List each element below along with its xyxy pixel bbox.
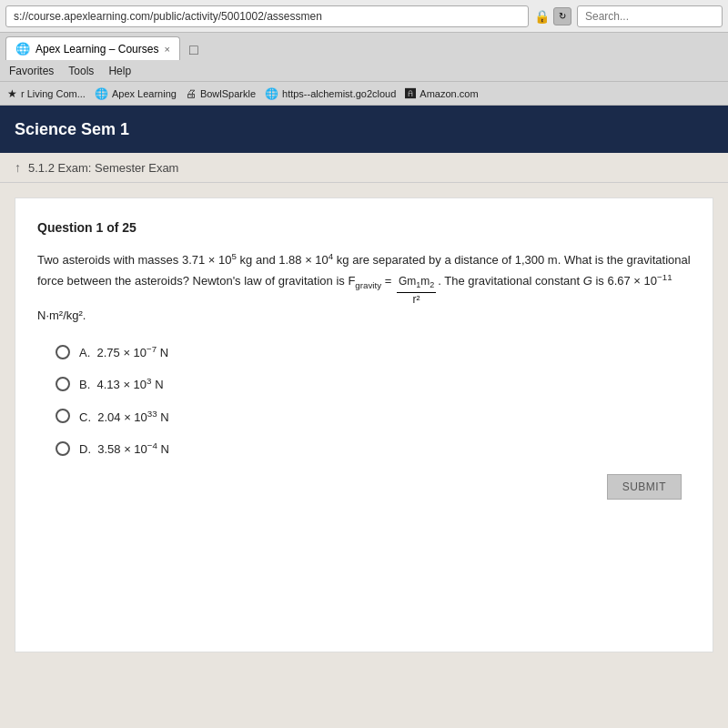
course-title: Science Sem 1 [15,120,129,139]
radio-a[interactable] [56,345,70,359]
bookmark-label-bowl: BowlSparkle [200,88,256,99]
bookmark-label-apex: Apex Learning [112,88,177,99]
bookmark-alchemist[interactable]: 🌐 https--alchemist.go2cloud [265,87,396,100]
submit-button[interactable]: SUBMIT [607,474,682,500]
tab-close-button[interactable]: × [164,44,169,55]
radio-b[interactable] [56,377,70,391]
course-header: Science Sem 1 [0,106,728,153]
new-tab-button[interactable]: □ [184,40,204,60]
main-content: Question 1 of 25 Two asteroids with mass… [15,197,713,652]
option-a-text: A. 2.75 × 10−7 N [79,344,168,359]
refresh-button[interactable]: ↻ [553,7,571,25]
breadcrumb: ↑ 5.1.2 Exam: Semester Exam [0,153,728,183]
bookmark-icon-alchemist: 🌐 [265,87,278,100]
breadcrumb-label: 5.1.2 Exam: Semester Exam [28,161,178,175]
option-d-text: D. 3.58 × 10−4 N [79,440,169,456]
tab-favicon: 🌐 [15,42,30,56]
bookmark-label-living: r Living Com... [21,88,86,99]
address-bar: 🔒 ↻ [0,0,728,33]
bookmark-living[interactable]: ★ r Living Com... [7,87,86,100]
bookmark-icon-apex: 🌐 [95,87,108,100]
menu-help[interactable]: Help [108,65,131,77]
tab-label: Apex Learning – Courses [35,43,158,56]
search-input[interactable] [577,5,723,27]
bookmark-icon-living: ★ [7,87,17,100]
option-b-text: B. 4.13 × 103 N [79,376,164,391]
page-content: Science Sem 1 ↑ 5.1.2 Exam: Semester Exa… [0,106,728,728]
bookmark-icon-amazon: 🅰 [405,87,416,100]
question-text: Two asteroids with masses 3.71 × 105 kg … [37,249,691,326]
question-header: Question 1 of 25 [37,220,691,235]
bookmark-label-alchemist: https--alchemist.go2cloud [282,88,396,99]
bookmark-apex[interactable]: 🌐 Apex Learning [95,87,177,100]
submit-area: SUBMIT [37,474,691,500]
menu-favorites[interactable]: Favorites [9,65,54,77]
menu-tools[interactable]: Tools [68,65,94,77]
option-d[interactable]: D. 3.58 × 10−4 N [56,440,691,456]
formula-numerator: Gm1m2 [397,275,436,292]
bookmarks-bar: ★ r Living Com... 🌐 Apex Learning 🖨 Bowl… [0,82,728,106]
bookmark-icon-bowl: 🖨 [186,87,197,100]
radio-c[interactable] [56,409,70,423]
option-c[interactable]: C. 2.04 × 1033 N [56,409,691,424]
radio-d[interactable] [56,441,70,456]
question-text-part1: Two asteroids with masses 3.71 × 105 kg … [37,253,691,322]
option-b[interactable]: B. 4.13 × 103 N [56,376,691,391]
active-tab[interactable]: 🌐 Apex Learning – Courses × [5,36,180,60]
options-list: A. 2.75 × 10−7 N B. 4.13 × 103 N C. 2.04… [56,344,691,456]
option-c-text: C. 2.04 × 1033 N [79,409,169,424]
menu-bar: Favorites Tools Help [0,60,728,82]
bookmark-amazon[interactable]: 🅰 Amazon.com [405,87,478,100]
formula-denominator: r² [411,293,422,308]
formula-fraction: Gm1m2r² [397,275,436,307]
bookmark-bowl[interactable]: 🖨 BowlSparkle [186,87,256,100]
tab-bar: 🌐 Apex Learning – Courses × □ [0,33,728,60]
lock-icon: 🔒 ↻ [534,7,571,25]
bookmark-label-amazon: Amazon.com [420,88,478,99]
address-input[interactable] [5,5,529,27]
option-a[interactable]: A. 2.75 × 10−7 N [56,344,691,359]
breadcrumb-arrow: ↑ [15,160,21,175]
